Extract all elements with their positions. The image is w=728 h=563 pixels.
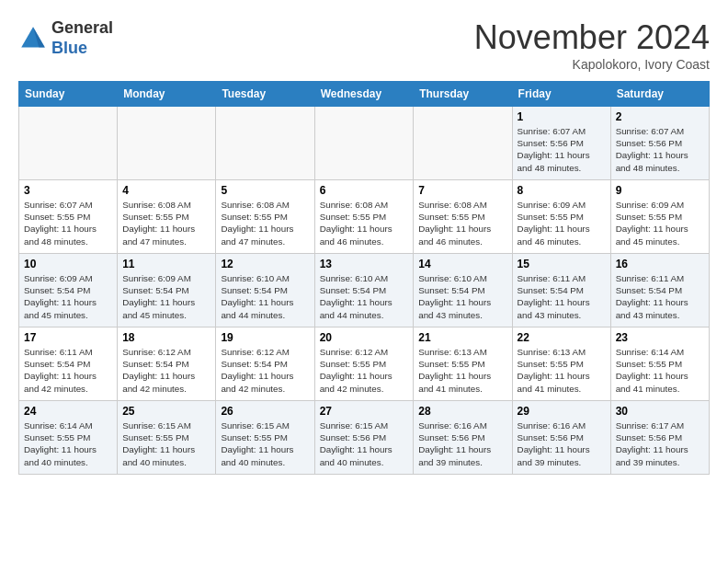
calendar-cell: 19Sunrise: 6:12 AM Sunset: 5:54 PM Dayli… [216, 327, 314, 401]
day-info: Sunrise: 6:10 AM Sunset: 5:54 PM Dayligh… [418, 272, 506, 321]
calendar-cell: 29Sunrise: 6:16 AM Sunset: 5:56 PM Dayli… [512, 401, 610, 475]
title-block: November 2024 Kapolokoro, Ivory Coast [474, 18, 710, 72]
day-number: 1 [518, 110, 606, 123]
calendar-cell: 24Sunrise: 6:14 AM Sunset: 5:55 PM Dayli… [19, 401, 118, 475]
calendar-week-row: 10Sunrise: 6:09 AM Sunset: 5:54 PM Dayli… [19, 254, 710, 327]
month-title: November 2024 [474, 18, 710, 57]
calendar-cell: 8Sunrise: 6:09 AM Sunset: 5:55 PM Daylig… [512, 180, 610, 254]
day-info: Sunrise: 6:10 AM Sunset: 5:54 PM Dayligh… [320, 272, 409, 321]
day-number: 8 [518, 184, 606, 197]
weekday-header: Sunday [19, 82, 118, 107]
weekday-header: Friday [512, 82, 610, 107]
weekday-header: Saturday [610, 82, 709, 107]
calendar-cell: 1Sunrise: 6:07 AM Sunset: 5:56 PM Daylig… [512, 107, 610, 180]
weekday-header: Wednesday [314, 82, 414, 107]
calendar-cell: 27Sunrise: 6:15 AM Sunset: 5:56 PM Dayli… [314, 401, 414, 475]
day-number: 16 [616, 258, 704, 270]
day-info: Sunrise: 6:16 AM Sunset: 5:56 PM Dayligh… [518, 419, 606, 468]
day-number: 13 [320, 258, 409, 270]
page-header: General Blue November 2024 Kapolokoro, I… [18, 18, 710, 72]
calendar-cell: 4Sunrise: 6:08 AM Sunset: 5:55 PM Daylig… [118, 180, 216, 254]
calendar-cell: 21Sunrise: 6:13 AM Sunset: 5:55 PM Dayli… [414, 327, 512, 401]
day-number: 28 [418, 405, 506, 418]
day-info: Sunrise: 6:09 AM Sunset: 5:55 PM Dayligh… [518, 199, 606, 247]
day-info: Sunrise: 6:11 AM Sunset: 5:54 PM Dayligh… [616, 272, 704, 321]
day-number: 17 [24, 331, 112, 344]
calendar-week-row: 3Sunrise: 6:07 AM Sunset: 5:55 PM Daylig… [19, 180, 710, 254]
day-info: Sunrise: 6:14 AM Sunset: 5:55 PM Dayligh… [616, 346, 704, 395]
day-number: 15 [518, 258, 606, 270]
day-number: 27 [320, 405, 409, 418]
calendar-cell: 28Sunrise: 6:16 AM Sunset: 5:56 PM Dayli… [414, 401, 512, 475]
day-info: Sunrise: 6:15 AM Sunset: 5:56 PM Dayligh… [320, 419, 409, 468]
day-number: 11 [122, 258, 210, 270]
calendar-cell: 10Sunrise: 6:09 AM Sunset: 5:54 PM Dayli… [19, 254, 118, 327]
calendar-cell: 2Sunrise: 6:07 AM Sunset: 5:56 PM Daylig… [610, 107, 709, 180]
logo-icon [18, 24, 48, 53]
calendar-cell: 17Sunrise: 6:11 AM Sunset: 5:54 PM Dayli… [19, 327, 118, 401]
calendar-cell: 9Sunrise: 6:09 AM Sunset: 5:55 PM Daylig… [610, 180, 709, 254]
day-info: Sunrise: 6:11 AM Sunset: 5:54 PM Dayligh… [518, 272, 606, 321]
day-info: Sunrise: 6:09 AM Sunset: 5:54 PM Dayligh… [122, 272, 210, 321]
day-info: Sunrise: 6:08 AM Sunset: 5:55 PM Dayligh… [320, 199, 409, 247]
calendar-header: SundayMondayTuesdayWednesdayThursdayFrid… [19, 82, 710, 107]
day-number: 9 [616, 184, 704, 197]
day-number: 23 [616, 331, 704, 344]
day-number: 4 [122, 184, 210, 197]
day-number: 20 [320, 331, 409, 344]
calendar-cell: 16Sunrise: 6:11 AM Sunset: 5:54 PM Dayli… [610, 254, 709, 327]
calendar-cell: 7Sunrise: 6:08 AM Sunset: 5:55 PM Daylig… [414, 180, 512, 254]
calendar-cell: 12Sunrise: 6:10 AM Sunset: 5:54 PM Dayli… [216, 254, 314, 327]
day-info: Sunrise: 6:07 AM Sunset: 5:56 PM Dayligh… [616, 125, 704, 174]
calendar-cell [118, 107, 216, 180]
day-number: 22 [518, 331, 606, 344]
location: Kapolokoro, Ivory Coast [474, 57, 710, 72]
calendar-cell: 6Sunrise: 6:08 AM Sunset: 5:55 PM Daylig… [314, 180, 414, 254]
weekday-header: Tuesday [216, 82, 314, 107]
calendar-cell: 14Sunrise: 6:10 AM Sunset: 5:54 PM Dayli… [414, 254, 512, 327]
day-info: Sunrise: 6:12 AM Sunset: 5:54 PM Dayligh… [221, 346, 309, 395]
day-number: 18 [122, 331, 210, 344]
day-info: Sunrise: 6:16 AM Sunset: 5:56 PM Dayligh… [418, 419, 506, 468]
day-number: 7 [418, 184, 506, 197]
calendar-cell: 15Sunrise: 6:11 AM Sunset: 5:54 PM Dayli… [512, 254, 610, 327]
day-info: Sunrise: 6:08 AM Sunset: 5:55 PM Dayligh… [418, 199, 506, 247]
logo: General Blue [18, 18, 113, 58]
calendar-cell: 26Sunrise: 6:15 AM Sunset: 5:55 PM Dayli… [216, 401, 314, 475]
day-info: Sunrise: 6:09 AM Sunset: 5:54 PM Dayligh… [24, 272, 112, 321]
day-number: 10 [24, 258, 112, 270]
calendar-body: 1Sunrise: 6:07 AM Sunset: 5:56 PM Daylig… [19, 107, 710, 475]
day-number: 29 [518, 405, 606, 418]
calendar-cell: 13Sunrise: 6:10 AM Sunset: 5:54 PM Dayli… [314, 254, 414, 327]
calendar-cell [314, 107, 414, 180]
calendar-cell [414, 107, 512, 180]
day-number: 24 [24, 405, 112, 418]
day-info: Sunrise: 6:12 AM Sunset: 5:55 PM Dayligh… [320, 346, 409, 395]
day-number: 2 [616, 110, 704, 123]
day-info: Sunrise: 6:13 AM Sunset: 5:55 PM Dayligh… [518, 346, 606, 395]
calendar-cell: 23Sunrise: 6:14 AM Sunset: 5:55 PM Dayli… [610, 327, 709, 401]
day-info: Sunrise: 6:10 AM Sunset: 5:54 PM Dayligh… [221, 272, 309, 321]
calendar-week-row: 17Sunrise: 6:11 AM Sunset: 5:54 PM Dayli… [19, 327, 710, 401]
day-number: 3 [24, 184, 112, 197]
day-info: Sunrise: 6:08 AM Sunset: 5:55 PM Dayligh… [221, 199, 309, 247]
weekday-header: Thursday [414, 82, 512, 107]
calendar-cell: 3Sunrise: 6:07 AM Sunset: 5:55 PM Daylig… [19, 180, 118, 254]
day-info: Sunrise: 6:13 AM Sunset: 5:55 PM Dayligh… [418, 346, 506, 395]
day-number: 21 [418, 331, 506, 344]
calendar-cell: 20Sunrise: 6:12 AM Sunset: 5:55 PM Dayli… [314, 327, 414, 401]
day-number: 14 [418, 258, 506, 270]
day-info: Sunrise: 6:07 AM Sunset: 5:56 PM Dayligh… [518, 125, 606, 174]
day-number: 6 [320, 184, 409, 197]
calendar-week-row: 1Sunrise: 6:07 AM Sunset: 5:56 PM Daylig… [19, 107, 710, 180]
calendar-cell: 22Sunrise: 6:13 AM Sunset: 5:55 PM Dayli… [512, 327, 610, 401]
calendar-cell: 18Sunrise: 6:12 AM Sunset: 5:54 PM Dayli… [118, 327, 216, 401]
calendar-cell [19, 107, 118, 180]
calendar-week-row: 24Sunrise: 6:14 AM Sunset: 5:55 PM Dayli… [19, 401, 710, 475]
day-info: Sunrise: 6:08 AM Sunset: 5:55 PM Dayligh… [122, 199, 210, 247]
logo-text: General Blue [51, 18, 113, 58]
day-info: Sunrise: 6:09 AM Sunset: 5:55 PM Dayligh… [616, 199, 704, 247]
day-number: 19 [221, 331, 309, 344]
calendar-cell: 30Sunrise: 6:17 AM Sunset: 5:56 PM Dayli… [610, 401, 709, 475]
day-info: Sunrise: 6:11 AM Sunset: 5:54 PM Dayligh… [24, 346, 112, 395]
